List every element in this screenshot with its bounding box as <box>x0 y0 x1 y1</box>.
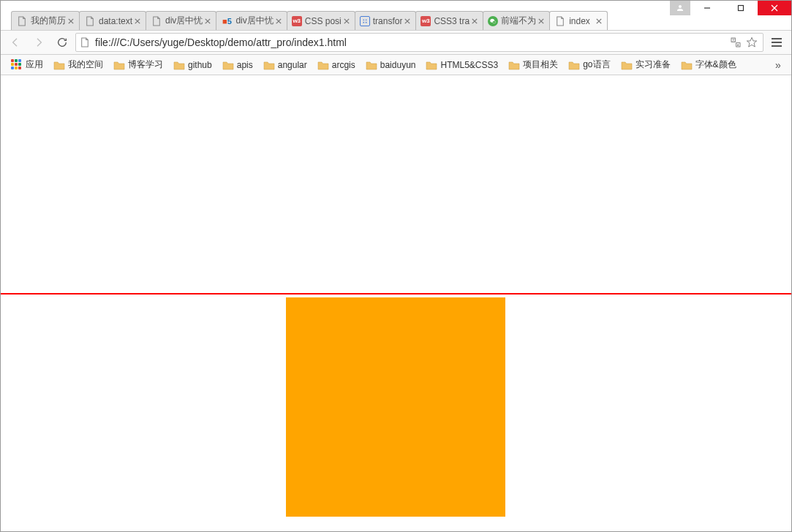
bookmark-folder-0[interactable]: 我的空间 <box>49 56 108 73</box>
arrow-left-icon <box>10 37 21 48</box>
tab-title: div居中忧 <box>165 15 203 27</box>
tab-4[interactable]: w3CSS posi <box>287 11 355 30</box>
arrow-right-icon <box>33 37 45 48</box>
bookmarks-overflow-button[interactable]: » <box>771 59 785 71</box>
tab-8[interactable]: index <box>549 11 608 30</box>
apps-icon <box>11 59 23 71</box>
close-icon <box>344 18 350 24</box>
svg-text:文: 文 <box>732 38 735 42</box>
folder-icon <box>621 60 633 70</box>
tab-close-button[interactable] <box>594 16 604 26</box>
orange-square <box>286 297 505 517</box>
bookmark-folder-5[interactable]: arcgis <box>313 58 360 72</box>
window-titlebar <box>1 1 791 10</box>
svg-point-23 <box>493 20 496 23</box>
wechat-icon <box>488 16 498 26</box>
tab-3[interactable]: ■5div居中忧 <box>216 11 287 30</box>
profile-button[interactable] <box>670 1 690 15</box>
close-button[interactable] <box>758 1 791 15</box>
tab-close-button[interactable] <box>132 16 143 26</box>
svg-rect-1 <box>739 6 744 11</box>
tab-6[interactable]: w3CSS3 tra <box>415 11 483 30</box>
bookmark-folder-1[interactable]: 博客学习 <box>109 56 167 73</box>
bookmark-label: go语言 <box>583 58 610 71</box>
bookmark-button[interactable] <box>745 36 758 49</box>
tab-5[interactable]: transfor <box>355 11 417 30</box>
close-icon <box>771 4 778 12</box>
tab-close-button[interactable] <box>402 16 412 26</box>
minimize-button[interactable] <box>690 1 724 15</box>
folder-icon <box>173 60 185 70</box>
close-icon <box>276 18 282 24</box>
svg-point-16 <box>363 21 364 23</box>
bookmark-label: angular <box>278 60 307 70</box>
reload-icon <box>56 37 68 48</box>
tab-7[interactable]: 前端不为 <box>483 11 550 30</box>
folder-icon <box>263 60 275 70</box>
folder-icon <box>426 60 437 70</box>
tab-close-button[interactable] <box>536 16 546 26</box>
w3-icon: w3 <box>420 16 431 26</box>
bookmark-folder-10[interactable]: 实习准备 <box>616 56 675 73</box>
bookmark-folder-7[interactable]: HTML5&CSS3 <box>421 58 502 72</box>
tab-close-button[interactable] <box>66 16 76 26</box>
bookmark-label: 实习准备 <box>636 58 671 71</box>
file-icon <box>554 15 566 27</box>
folder-icon <box>113 60 125 70</box>
nav-toolbar: 文A <box>1 30 791 55</box>
maximize-icon <box>737 4 744 12</box>
tab-title: index <box>569 16 594 26</box>
tab-close-button[interactable] <box>342 16 352 26</box>
reload-button[interactable] <box>52 32 72 53</box>
url-input[interactable] <box>95 37 725 48</box>
bookmark-label: 字体&颜色 <box>695 58 736 71</box>
bookmark-label: 项目相关 <box>523 58 558 71</box>
chevron-right-icon: » <box>775 59 781 71</box>
tab-close-button[interactable] <box>203 16 213 26</box>
bookmark-folder-4[interactable]: angular <box>259 58 312 72</box>
menu-button[interactable] <box>766 32 787 53</box>
apps-label: 应用 <box>26 58 43 71</box>
tab-2[interactable]: div居中忧 <box>146 11 216 30</box>
tab-close-button[interactable] <box>274 16 284 26</box>
close-icon <box>404 18 410 24</box>
file-icon <box>16 15 28 27</box>
tab-title: 我的简历 <box>31 15 66 27</box>
close-icon <box>205 18 211 24</box>
back-button[interactable] <box>5 32 26 53</box>
bookmark-label: 我的空间 <box>68 58 103 71</box>
bookmark-label: HTML5&CSS3 <box>440 60 498 70</box>
translate-button[interactable]: 文A <box>729 36 742 49</box>
maximize-button[interactable] <box>724 1 758 15</box>
omnibox[interactable]: 文A <box>75 33 763 52</box>
bookmark-folder-11[interactable]: 字体&颜色 <box>676 56 741 73</box>
tab-title: data:text <box>99 16 132 26</box>
bookmark-folder-8[interactable]: 项目相关 <box>504 56 562 73</box>
bookmark-folder-3[interactable]: apis <box>218 58 257 72</box>
folder-icon <box>508 60 520 70</box>
bookmark-label: 博客学习 <box>128 58 163 71</box>
folder-icon <box>53 60 65 70</box>
page-viewport <box>1 75 791 532</box>
bookmark-label: github <box>188 60 212 70</box>
tab-1[interactable]: data:text <box>79 11 146 30</box>
tab-close-button[interactable] <box>469 16 480 26</box>
bookmark-folder-6[interactable]: baiduyun <box>361 58 420 72</box>
bookmark-folder-2[interactable]: github <box>169 58 216 72</box>
close-icon <box>596 18 602 24</box>
close-icon <box>472 18 478 24</box>
tab-title: transfor <box>373 16 403 26</box>
file-icon <box>80 37 91 48</box>
apps-shortcut[interactable]: 应用 <box>7 56 48 73</box>
minimize-icon <box>704 4 711 12</box>
bookmark-folder-9[interactable]: go语言 <box>564 56 614 73</box>
baidu-icon <box>360 16 370 26</box>
tab-title: 前端不为 <box>501 15 536 27</box>
html5-icon: ■5 <box>221 15 233 27</box>
tab-0[interactable]: 我的简历 <box>11 11 80 30</box>
hamburger-icon <box>771 38 782 47</box>
red-horizontal-line <box>1 293 791 294</box>
svg-text:A: A <box>737 43 739 47</box>
bookmark-label: baiduyun <box>380 60 416 70</box>
forward-button[interactable] <box>29 32 49 53</box>
